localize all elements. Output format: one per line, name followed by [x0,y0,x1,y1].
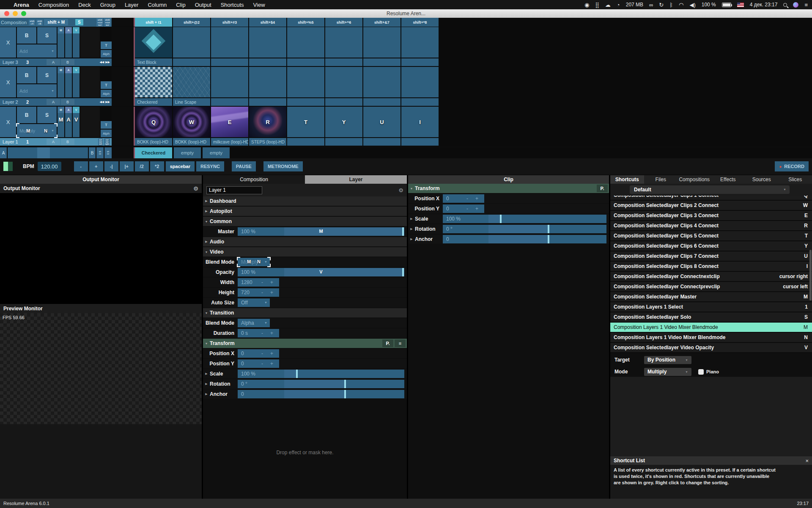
tap-button[interactable]: spacebar [166,161,195,171]
clip-cell[interactable] [211,67,248,106]
bpm-adjust-button[interactable]: -| [104,161,118,171]
bluetooth-icon[interactable]: ᛒ [669,2,673,8]
layer-t-button[interactable]: T [101,121,112,129]
crossfader-b-button[interactable]: B [89,147,96,158]
metronome-button[interactable]: METRONOME [263,161,303,171]
duration-field[interactable]: 0 s - + [238,329,279,337]
clip-cell[interactable] [287,27,324,66]
menu-item-group[interactable]: Group [100,2,115,8]
layer-blend-dropdown[interactable]: Add▼ [17,84,57,97]
bpm-value[interactable]: 120.00 [38,162,61,171]
deck-clip-checkered[interactable]: Checkered [135,147,172,158]
layer-a-fader[interactable]: A [65,27,72,58]
clip-thumbnail[interactable]: R [249,107,286,137]
increment-button[interactable]: + [270,279,273,285]
clip-cell[interactable]: Emilkcave (loop)-HD [211,107,248,146]
decrement-button[interactable]: - [466,206,468,212]
column-header-3[interactable]: shift+#3 [211,18,248,27]
layer-label-strip[interactable]: Layer 22AB◀◀▶▶ [0,98,112,106]
previous-clip-button[interactable]: ◀◀ [99,100,104,104]
preset-button[interactable]: P. [382,340,393,347]
crossfader-assign-a[interactable]: A [47,99,60,105]
crossfader-assign-b[interactable]: B [61,59,74,65]
mode-dropdown[interactable]: Multiply ▼ [644,368,691,376]
volume-icon[interactable]: ◀) [689,2,695,8]
tab-clip[interactable]: Clip [408,175,609,184]
clip-cell[interactable] [363,27,401,66]
blend-mode-dropdown[interactable]: Multiply M N ▼ [238,258,270,266]
clip-position-x-field[interactable]: 0 - + [443,194,484,203]
empty-clip-slot[interactable] [287,67,324,97]
layer-blend-dropdown[interactable]: Add▼ [17,44,57,58]
increment-button[interactable]: + [270,361,273,367]
deck-clip-empty[interactable]: empty [174,147,201,158]
input-language-flag[interactable] [737,3,744,7]
next-clip-button[interactable]: ▶▶ [105,100,110,104]
tab-files[interactable]: Files [644,175,678,184]
dropbox-icon[interactable]: ⣿ [595,2,599,8]
anchor-slider[interactable]: 0 [238,390,404,398]
transition-blend-dropdown[interactable]: Alpha ▼ [238,319,270,327]
clip-thumbnail[interactable]: E [211,107,248,137]
battery-percent[interactable]: 100 % [702,2,716,8]
empty-clip-slot[interactable]: T [287,107,324,137]
output-monitor-gear-icon[interactable]: ⚙ [193,185,198,192]
crossfader-assign-a[interactable]: A [47,59,60,65]
clip-thumbnail[interactable] [173,67,210,97]
empty-clip-slot[interactable] [401,27,439,58]
glasses-icon[interactable]: ∞ [649,2,653,8]
siri-icon[interactable] [793,2,798,8]
increment-button[interactable]: + [270,351,273,356]
clip-cell[interactable] [325,27,362,66]
shortcut-row[interactable]: Composition Selectedlayer Connectnextcli… [610,272,812,281]
layer-solo-button[interactable]: S [37,107,57,123]
layer-panel-gear-icon[interactable]: ⚙ [398,187,403,193]
layer-m-fader[interactable]: M [58,67,64,97]
shortcut-row[interactable]: Composition Selectedlayer Clips 4 Connec… [610,221,812,230]
clip-cell[interactable] [173,27,210,66]
tab-composition[interactable]: Composition [203,175,305,184]
bpm-adjust-button[interactable]: |+ [120,161,134,171]
pause-button[interactable]: PAUSE [232,161,256,171]
shortcut-row[interactable]: Composition Selectedlayer Clips 8 Connec… [610,262,812,271]
crossfader-a-button[interactable]: A [0,147,7,158]
shortcut-row[interactable]: Composition Selectedlayer Clips 3 Connec… [610,211,812,220]
notification-center-icon[interactable]: ≡ [804,2,808,8]
column-header-6[interactable]: shift+^6 [325,18,362,27]
clip-cell[interactable]: WBOKK (loop)-HD [173,107,210,146]
clip-cell[interactable]: Checkered [135,67,172,106]
increment-button[interactable]: + [270,330,273,336]
section-transition[interactable]: ▼Transition [203,308,407,318]
previous-clip-button[interactable]: ◀◀ [99,61,104,64]
layer-v-fader[interactable]: V [73,67,80,97]
auto-size-dropdown[interactable]: Off ▼ [238,298,270,307]
layer-a-fader[interactable]: A [65,67,72,97]
section-audio[interactable]: ▶Audio [203,237,407,246]
empty-clip-slot[interactable] [249,27,286,58]
memory-indicator[interactable]: 207 MB [626,2,643,8]
shortcut-row[interactable]: Composition Selectedlayer SoloS [610,312,812,322]
menu-item-column[interactable]: Column [148,2,167,8]
master-slider[interactable]: 100 % M [238,227,404,236]
clip-cell[interactable]: RSTEPS (loop)-HD [249,107,286,146]
shortcut-row[interactable]: Composition Selectedlayer Clips 6 Connec… [610,241,812,251]
layer-alpha-button[interactable]: Alph [101,130,112,137]
shortcut-row[interactable]: Composition Layers 1 Video Mixer Blendmo… [610,333,812,342]
target-dropdown[interactable]: By Position ▼ [644,356,691,364]
empty-clip-slot[interactable] [325,67,362,97]
clip-thumbnail[interactable] [135,67,172,97]
section-dashboard[interactable]: ▶Dashboard [203,196,407,206]
layer-clear-button[interactable]: X [0,67,16,97]
menu-item-composition[interactable]: Composition [38,2,69,8]
menu-item-clip[interactable]: Clip [176,2,185,8]
clip-cell[interactable] [363,67,401,106]
empty-clip-slot[interactable]: I [401,107,439,137]
shortcut-row[interactable]: Composition Selectedlayer Clips 7 Connec… [610,251,812,261]
column-header-5[interactable]: shift+%5 [287,18,324,27]
decrement-button[interactable]: - [466,196,468,202]
decrement-button[interactable]: - [261,351,263,356]
tab-sources[interactable]: Sources [745,175,779,184]
bpm-adjust-button[interactable]: + [89,161,103,171]
rotation-slider[interactable]: 0 ° [238,380,404,388]
tab-effects[interactable]: Effects [711,175,745,184]
